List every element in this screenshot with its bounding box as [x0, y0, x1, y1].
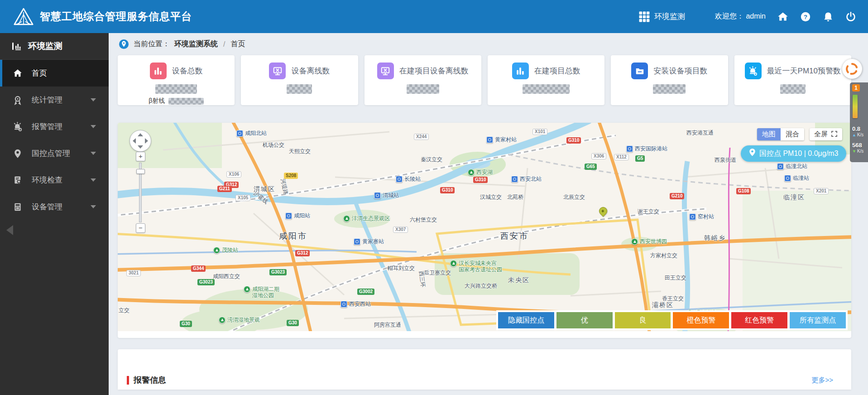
fullscreen-icon [831, 130, 838, 139]
park-marker-icon [631, 238, 638, 245]
more-link[interactable]: 更多>> [811, 376, 833, 385]
road-badge: X201 [814, 188, 829, 194]
alarm-bell-icon [745, 63, 762, 79]
map-type-hybrid[interactable]: 混合 [781, 128, 804, 140]
sidebar-item[interactable]: 首页 [0, 60, 109, 87]
station-marker-icon [236, 130, 243, 137]
road-badge: G210 [670, 193, 684, 199]
legend-button[interactable]: 隐藏国控点 [498, 312, 554, 328]
legend-button[interactable]: 良 [615, 312, 671, 328]
map-tooltip[interactable]: 国控点 PM10 | 0.0μg/m3 [741, 145, 846, 162]
sidebar: 环境监测 首页统计管理报警管理国控点管理环境检查设备管理 [0, 33, 109, 395]
map-label: 香王立交 [662, 295, 684, 302]
road-badge: G3023 [269, 269, 287, 275]
map-canvas[interactable]: 咸阳市西安市渭城区临潼区未央区灞桥区韩峪乡咸阳北站黄家村站西安国际港站临潼北站临… [118, 123, 851, 331]
stat-card-title: 安装设备项目数 [653, 66, 707, 76]
arrow-down-icon: ▼ [852, 149, 856, 154]
arrow-up-icon: ▲ [852, 133, 856, 137]
map-label: 西安国际港站 [626, 145, 667, 152]
map-label: 西安港互通 [686, 130, 714, 136]
zoom-slider-handle[interactable] [136, 169, 145, 174]
road-badge: 3021 [126, 270, 141, 276]
bell-icon[interactable] [823, 11, 834, 22]
station-marker-icon [689, 213, 696, 220]
app-logo-icon [14, 8, 34, 25]
breadcrumb-system[interactable]: 环境监测系统 [174, 39, 218, 49]
park-marker-icon [219, 317, 225, 323]
station-marker-icon [354, 238, 360, 245]
stat-card-extra: β射线 [149, 97, 204, 105]
module-switcher[interactable]: 环境监测 [639, 11, 685, 22]
doc-search-icon [13, 175, 23, 185]
sidebar-item[interactable]: 环境检查 [0, 167, 109, 193]
pin-icon [13, 149, 23, 159]
map-label: 帽耳刘立交 [388, 265, 415, 271]
map-label: 咸阳西立交 [213, 273, 240, 279]
module-label: 环境监测 [654, 11, 685, 22]
stat-card-title: 设备总数 [172, 66, 203, 76]
zoom-out-button[interactable]: − [136, 223, 145, 233]
road-badge: X106 [226, 171, 241, 178]
speed-gradient-bar [853, 95, 858, 118]
road-badge: G5 [635, 155, 645, 162]
sidebar-item-label: 报警管理 [32, 121, 62, 132]
map-type-map[interactable]: 地图 [757, 128, 781, 140]
section-accent-bar [127, 376, 129, 385]
sidebar-item[interactable]: 报警管理 [0, 113, 109, 140]
app-root: 智慧工地综合管理服务信息平台 环境监测 欢迎您： admin ? 环境监测 首页… [0, 0, 868, 395]
chevron-down-icon [91, 205, 96, 208]
road-badge: G30 [287, 320, 299, 326]
station-marker-icon [777, 163, 784, 170]
map-label: 窑村站 [689, 213, 714, 220]
chevron-down-icon [91, 125, 96, 128]
pan-down-icon[interactable] [138, 145, 143, 149]
page-title: 智慧工地综合管理服务信息平台 [40, 10, 192, 24]
park-marker-icon [343, 215, 350, 222]
pan-right-icon[interactable] [145, 138, 148, 144]
map-label: 汉城立交 [480, 194, 502, 200]
sidebar-title: 环境监测 [0, 33, 109, 60]
map-legend: 隐藏国控点优良橙色预警红色预警所有监测点 [496, 310, 848, 330]
stat-card-title: 最近一天PM10预警数 [767, 66, 841, 76]
grid-icon [639, 11, 650, 22]
zoom-in-button[interactable]: + [136, 152, 145, 161]
home-icon[interactable] [777, 11, 788, 22]
legend-button[interactable]: 所有监测点 [790, 312, 846, 328]
breadcrumb-page[interactable]: 首页 [230, 39, 245, 49]
stat-card-title: 在建项目总数 [534, 66, 580, 76]
chevron-down-icon [91, 152, 96, 155]
sidebar-collapse-icon[interactable] [6, 225, 13, 235]
stat-card-extra-censored [168, 98, 204, 105]
map-label: 沣渭生态景观区 [343, 215, 390, 222]
breadcrumb: 当前位置：环境监测系统/首页 [119, 39, 245, 49]
help-icon[interactable]: ? [800, 11, 811, 22]
map-label: 天熙立交 [289, 148, 311, 154]
pan-left-icon[interactable] [133, 138, 136, 144]
sidebar-item[interactable]: 统计管理 [0, 87, 109, 113]
map-label: 临潼区 [783, 193, 805, 201]
road-badge: G3023 [197, 279, 215, 285]
road-badge: X306 [591, 153, 606, 159]
legend-button[interactable]: 橙色预警 [673, 312, 729, 328]
road-badge: G65 [585, 164, 597, 170]
pan-up-icon[interactable] [138, 133, 143, 136]
monitor-x-icon [377, 63, 394, 79]
username: admin [746, 12, 766, 20]
power-icon[interactable] [845, 11, 856, 22]
speed-widget-icon[interactable] [842, 59, 862, 79]
map-label: 河堤路 [279, 178, 289, 195]
sidebar-menu: 首页统计管理报警管理国控点管理环境检查设备管理 [0, 60, 109, 220]
stat-card: 最近一天PM10预警数 [734, 55, 851, 105]
sidebar-item[interactable]: 国控点管理 [0, 140, 109, 167]
monitor-x-icon [269, 63, 286, 79]
map-pan-control[interactable] [129, 130, 151, 152]
stats-icon [13, 95, 23, 105]
legend-button[interactable]: 红色预警 [731, 312, 787, 328]
legend-button[interactable]: 优 [556, 312, 613, 328]
fullscreen-button[interactable]: 全屏 [810, 128, 842, 140]
speed-widget-panel[interactable]: 1 0.8 ▲K/s 568 ▼K/s [850, 82, 868, 162]
map-label: 渭城站 [374, 192, 399, 199]
sidebar-item[interactable]: 设备管理 [0, 193, 109, 220]
header: 智慧工地综合管理服务信息平台 环境监测 欢迎您： admin ? [0, 0, 868, 33]
road-badge: G310 [473, 177, 488, 183]
